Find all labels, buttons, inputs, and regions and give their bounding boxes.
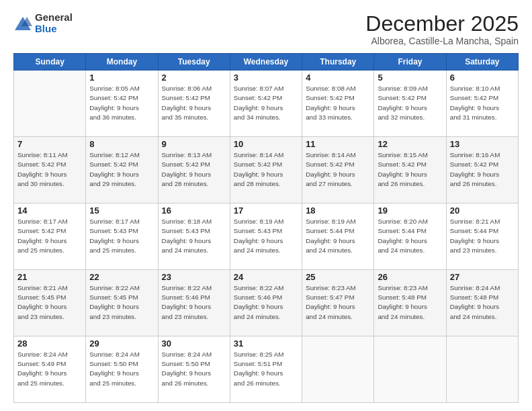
calendar-cell: 2Sunrise: 8:06 AMSunset: 5:42 PMDaylight… bbox=[158, 71, 230, 137]
calendar-table: SundayMondayTuesdayWednesdayThursdayFrid… bbox=[13, 53, 519, 403]
calendar-cell: 23Sunrise: 8:22 AMSunset: 5:46 PMDayligh… bbox=[158, 270, 230, 336]
day-number: 25 bbox=[306, 272, 370, 282]
calendar-cell bbox=[446, 336, 518, 403]
day-number: 28 bbox=[17, 338, 82, 349]
calendar-cell: 30Sunrise: 8:24 AMSunset: 5:50 PMDayligh… bbox=[158, 336, 230, 403]
calendar-cell: 15Sunrise: 8:17 AMSunset: 5:43 PMDayligh… bbox=[86, 203, 158, 270]
calendar-week-row: 21Sunrise: 8:21 AMSunset: 5:45 PMDayligh… bbox=[14, 270, 519, 336]
day-detail: Sunrise: 8:24 AMSunset: 5:49 PMDaylight:… bbox=[17, 350, 82, 388]
day-number: 30 bbox=[162, 338, 226, 349]
logo-text: General Blue bbox=[35, 12, 73, 34]
day-detail: Sunrise: 8:06 AMSunset: 5:42 PMDaylight:… bbox=[162, 84, 226, 122]
calendar-header-friday: Friday bbox=[374, 54, 446, 71]
calendar-cell: 3Sunrise: 8:07 AMSunset: 5:42 PMDaylight… bbox=[230, 71, 302, 137]
day-number: 9 bbox=[162, 139, 226, 149]
day-detail: Sunrise: 8:24 AMSunset: 5:48 PMDaylight:… bbox=[450, 283, 515, 322]
day-detail: Sunrise: 8:16 AMSunset: 5:42 PMDaylight:… bbox=[450, 150, 515, 189]
day-number: 29 bbox=[89, 338, 154, 349]
day-detail: Sunrise: 8:17 AMSunset: 5:42 PMDaylight:… bbox=[17, 217, 82, 255]
calendar-cell: 12Sunrise: 8:15 AMSunset: 5:42 PMDayligh… bbox=[374, 137, 446, 203]
day-detail: Sunrise: 8:14 AMSunset: 5:42 PMDaylight:… bbox=[234, 150, 298, 189]
day-number: 5 bbox=[378, 73, 442, 83]
calendar-cell: 1Sunrise: 8:05 AMSunset: 5:42 PMDaylight… bbox=[86, 71, 158, 137]
day-number: 19 bbox=[378, 205, 442, 216]
calendar-cell: 25Sunrise: 8:23 AMSunset: 5:47 PMDayligh… bbox=[302, 270, 374, 336]
day-detail: Sunrise: 8:13 AMSunset: 5:42 PMDaylight:… bbox=[162, 150, 226, 189]
calendar-header-row: SundayMondayTuesdayWednesdayThursdayFrid… bbox=[14, 54, 519, 71]
day-detail: Sunrise: 8:22 AMSunset: 5:46 PMDaylight:… bbox=[162, 283, 226, 322]
logo-icon bbox=[13, 14, 32, 33]
day-number: 14 bbox=[17, 205, 82, 216]
header: General Blue December 2025 Alborea, Cast… bbox=[13, 12, 519, 46]
day-number: 22 bbox=[89, 272, 154, 282]
day-number: 6 bbox=[450, 73, 515, 83]
logo-general: General bbox=[35, 11, 73, 23]
day-detail: Sunrise: 8:19 AMSunset: 5:44 PMDaylight:… bbox=[306, 217, 370, 255]
day-number: 1 bbox=[89, 73, 154, 83]
day-number: 24 bbox=[234, 272, 298, 282]
day-detail: Sunrise: 8:11 AMSunset: 5:42 PMDaylight:… bbox=[17, 150, 82, 189]
day-number: 8 bbox=[89, 139, 154, 149]
day-detail: Sunrise: 8:08 AMSunset: 5:42 PMDaylight:… bbox=[306, 84, 370, 122]
calendar-week-row: 28Sunrise: 8:24 AMSunset: 5:49 PMDayligh… bbox=[14, 336, 519, 403]
calendar-cell: 9Sunrise: 8:13 AMSunset: 5:42 PMDaylight… bbox=[158, 137, 230, 203]
day-number: 23 bbox=[162, 272, 226, 282]
calendar-cell: 6Sunrise: 8:10 AMSunset: 5:42 PMDaylight… bbox=[446, 71, 518, 137]
calendar-week-row: 14Sunrise: 8:17 AMSunset: 5:42 PMDayligh… bbox=[14, 203, 519, 270]
day-number: 7 bbox=[17, 139, 82, 149]
day-number: 26 bbox=[378, 272, 442, 282]
day-detail: Sunrise: 8:14 AMSunset: 5:42 PMDaylight:… bbox=[306, 150, 370, 189]
calendar-cell: 17Sunrise: 8:19 AMSunset: 5:43 PMDayligh… bbox=[230, 203, 302, 270]
day-number: 20 bbox=[450, 205, 515, 216]
logo: General Blue bbox=[13, 12, 73, 34]
calendar-header-monday: Monday bbox=[86, 54, 158, 71]
day-number: 27 bbox=[450, 272, 515, 282]
day-detail: Sunrise: 8:07 AMSunset: 5:42 PMDaylight:… bbox=[234, 84, 298, 122]
calendar-cell bbox=[14, 71, 86, 137]
day-number: 13 bbox=[450, 139, 515, 149]
day-detail: Sunrise: 8:24 AMSunset: 5:50 PMDaylight:… bbox=[162, 350, 226, 388]
calendar-cell: 24Sunrise: 8:22 AMSunset: 5:46 PMDayligh… bbox=[230, 270, 302, 336]
subtitle: Alborea, Castille-La Mancha, Spain bbox=[365, 36, 519, 46]
day-number: 21 bbox=[17, 272, 82, 282]
day-detail: Sunrise: 8:10 AMSunset: 5:42 PMDaylight:… bbox=[450, 84, 515, 122]
calendar-cell: 21Sunrise: 8:21 AMSunset: 5:45 PMDayligh… bbox=[14, 270, 86, 336]
calendar-cell bbox=[374, 336, 446, 403]
day-number: 2 bbox=[162, 73, 226, 83]
calendar-cell: 18Sunrise: 8:19 AMSunset: 5:44 PMDayligh… bbox=[302, 203, 374, 270]
calendar-week-row: 7Sunrise: 8:11 AMSunset: 5:42 PMDaylight… bbox=[14, 137, 519, 203]
calendar-header-sunday: Sunday bbox=[14, 54, 86, 71]
calendar-header-tuesday: Tuesday bbox=[158, 54, 230, 71]
calendar-cell bbox=[302, 336, 374, 403]
day-detail: Sunrise: 8:17 AMSunset: 5:43 PMDaylight:… bbox=[89, 217, 154, 255]
calendar-week-row: 1Sunrise: 8:05 AMSunset: 5:42 PMDaylight… bbox=[14, 71, 519, 137]
calendar-cell: 22Sunrise: 8:22 AMSunset: 5:45 PMDayligh… bbox=[86, 270, 158, 336]
calendar-header-thursday: Thursday bbox=[302, 54, 374, 71]
day-detail: Sunrise: 8:12 AMSunset: 5:42 PMDaylight:… bbox=[89, 150, 154, 189]
calendar-cell: 8Sunrise: 8:12 AMSunset: 5:42 PMDaylight… bbox=[86, 137, 158, 203]
calendar-cell: 14Sunrise: 8:17 AMSunset: 5:42 PMDayligh… bbox=[14, 203, 86, 270]
day-detail: Sunrise: 8:20 AMSunset: 5:44 PMDaylight:… bbox=[378, 217, 442, 255]
day-detail: Sunrise: 8:25 AMSunset: 5:51 PMDaylight:… bbox=[234, 350, 298, 388]
day-detail: Sunrise: 8:23 AMSunset: 5:47 PMDaylight:… bbox=[306, 283, 370, 322]
day-detail: Sunrise: 8:22 AMSunset: 5:45 PMDaylight:… bbox=[89, 283, 154, 322]
day-detail: Sunrise: 8:22 AMSunset: 5:46 PMDaylight:… bbox=[234, 283, 298, 322]
day-detail: Sunrise: 8:15 AMSunset: 5:42 PMDaylight:… bbox=[378, 150, 442, 189]
calendar-cell: 5Sunrise: 8:09 AMSunset: 5:42 PMDaylight… bbox=[374, 71, 446, 137]
day-number: 11 bbox=[306, 139, 370, 149]
calendar-cell: 4Sunrise: 8:08 AMSunset: 5:42 PMDaylight… bbox=[302, 71, 374, 137]
day-detail: Sunrise: 8:09 AMSunset: 5:42 PMDaylight:… bbox=[378, 84, 442, 122]
day-detail: Sunrise: 8:23 AMSunset: 5:48 PMDaylight:… bbox=[378, 283, 442, 322]
calendar-cell: 26Sunrise: 8:23 AMSunset: 5:48 PMDayligh… bbox=[374, 270, 446, 336]
day-detail: Sunrise: 8:24 AMSunset: 5:50 PMDaylight:… bbox=[89, 350, 154, 388]
day-number: 10 bbox=[234, 139, 298, 149]
calendar-cell: 16Sunrise: 8:18 AMSunset: 5:43 PMDayligh… bbox=[158, 203, 230, 270]
logo-blue: Blue bbox=[35, 23, 57, 34]
day-number: 18 bbox=[306, 205, 370, 216]
day-number: 15 bbox=[89, 205, 154, 216]
day-number: 17 bbox=[234, 205, 298, 216]
day-number: 31 bbox=[234, 338, 298, 349]
calendar-cell: 19Sunrise: 8:20 AMSunset: 5:44 PMDayligh… bbox=[374, 203, 446, 270]
calendar-cell: 11Sunrise: 8:14 AMSunset: 5:42 PMDayligh… bbox=[302, 137, 374, 203]
day-detail: Sunrise: 8:05 AMSunset: 5:42 PMDaylight:… bbox=[89, 84, 154, 122]
